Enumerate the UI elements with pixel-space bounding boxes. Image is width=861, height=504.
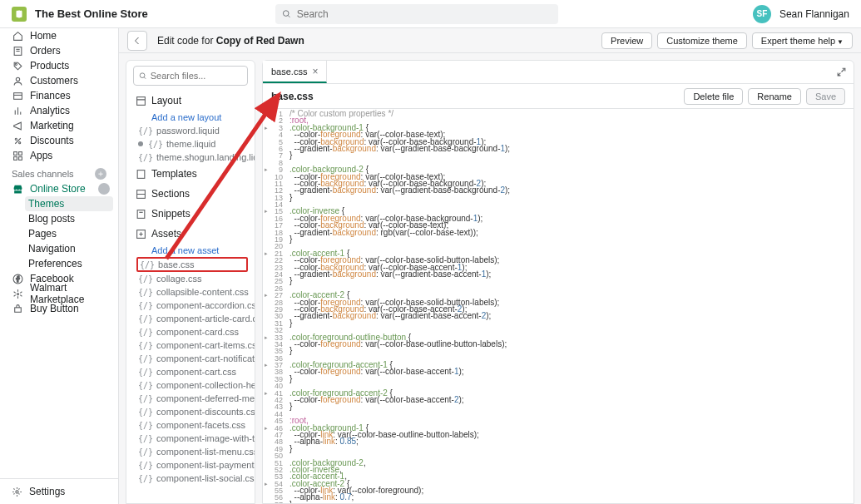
file-item[interactable]: {/}component-list-payment.css <box>126 458 255 472</box>
file-name: component-list-menu.css <box>156 447 255 457</box>
orders-icon <box>12 45 23 57</box>
settings-label: Settings <box>29 486 65 497</box>
svg-line-1 <box>288 15 289 17</box>
search-icon <box>139 72 147 81</box>
nav-label: Apps <box>30 150 52 161</box>
file-item[interactable]: {/}password.liquid <box>126 124 255 137</box>
section-layout[interactable]: Layout <box>126 91 255 111</box>
svg-point-5 <box>15 63 17 65</box>
file-name: base.css <box>271 91 314 102</box>
code-file-icon: {/} <box>138 434 153 443</box>
file-name: component-discounts.css <box>156 407 255 417</box>
nav-apps[interactable]: Apps <box>0 148 118 163</box>
expand-editor-button[interactable] <box>829 61 854 83</box>
file-item[interactable]: {/}component-cart-items.css <box>126 338 255 352</box>
expand-icon <box>836 67 847 77</box>
nav-analytics[interactable]: Analytics <box>0 103 118 118</box>
nav-marketing[interactable]: Marketing <box>0 118 118 133</box>
save-button[interactable]: Save <box>806 88 845 105</box>
nav-online-store[interactable]: Online Store <box>0 181 118 196</box>
nav-discounts[interactable]: Discounts <box>0 133 118 148</box>
nav-products[interactable]: Products <box>0 58 118 73</box>
delete-file-button[interactable]: Delete file <box>684 88 743 105</box>
file-name: base.css <box>158 259 194 269</box>
section-sections[interactable]: Sections <box>126 184 255 204</box>
sales-channels-header: Sales channels ＋ <box>0 163 118 181</box>
file-name: component-deferred-media.css <box>156 393 255 403</box>
file-item[interactable]: {/}collage.css <box>126 272 255 285</box>
nav-walmart[interactable]: Walmart Marketplace <box>0 286 118 301</box>
file-item[interactable]: {/}component-collection-hero.css <box>126 378 255 392</box>
file-item[interactable]: {/}component-article-card.css <box>126 312 255 325</box>
file-item[interactable]: {/}component-cart-notification.css <box>126 352 255 365</box>
file-item[interactable]: {/}theme.liquid <box>126 137 255 151</box>
code-file-icon: {/} <box>138 368 153 377</box>
nav-orders[interactable]: Orders <box>0 43 118 58</box>
marketing-icon <box>12 120 23 131</box>
avatar[interactable]: SF <box>753 5 771 23</box>
back-button[interactable] <box>127 31 147 51</box>
file-item[interactable]: {/}theme.shogun.landing.liquid <box>126 151 255 164</box>
nav-online-store-label: Online Store <box>30 183 86 195</box>
file-search-input[interactable] <box>151 71 242 81</box>
add-asset-link[interactable]: Add a new asset <box>126 244 255 257</box>
file-item[interactable]: {/}component-discounts.css <box>126 405 255 418</box>
svg-rect-36 <box>137 210 145 218</box>
file-name: theme.shogun.landing.liquid <box>156 152 255 162</box>
nav-settings[interactable]: Settings <box>0 478 118 504</box>
code-file-icon: {/} <box>138 341 153 350</box>
nav-sub-themes[interactable]: Themes <box>25 196 113 211</box>
svg-point-0 <box>284 10 289 16</box>
file-item[interactable]: {/}component-card.css <box>126 325 255 338</box>
rename-button[interactable]: Rename <box>748 88 801 105</box>
file-name: component-collection-hero.css <box>156 380 255 390</box>
nav-customers[interactable]: Customers <box>0 73 118 88</box>
file-item[interactable]: {/}component-cart.css <box>126 365 255 378</box>
code-content[interactable]: /* Color custom properties */:root,.colo… <box>285 109 854 503</box>
code-file-icon: {/} <box>138 461 153 470</box>
nav-sub-navigation[interactable]: Navigation <box>0 241 118 256</box>
section-layout-label: Layout <box>151 95 181 106</box>
svg-rect-16 <box>18 151 22 155</box>
add-layout-link[interactable]: Add a new layout <box>126 111 255 124</box>
section-templates[interactable]: Templates <box>126 164 255 184</box>
global-search[interactable] <box>275 4 558 24</box>
file-item[interactable]: {/}collapsible-content.css <box>126 285 255 299</box>
code-file-icon: {/} <box>138 408 153 417</box>
nav-label: Home <box>30 30 57 42</box>
file-search[interactable] <box>133 66 248 86</box>
file-name: component-article-card.css <box>156 314 255 324</box>
file-item[interactable]: {/}component-list-menu.css <box>126 445 255 458</box>
file-item[interactable]: {/}component-facets.css <box>126 418 255 432</box>
nav-label: Discounts <box>30 135 74 146</box>
discounts-icon <box>12 135 23 146</box>
code-file-icon: {/} <box>138 394 153 403</box>
svg-line-23 <box>13 291 15 293</box>
file-item[interactable]: {/}component-image-with-text.css <box>126 432 255 445</box>
section-assets[interactable]: Assets <box>126 224 255 244</box>
tab-base-css[interactable]: base.css × <box>263 61 327 83</box>
file-item[interactable]: {/}component-accordion.css <box>126 299 255 312</box>
close-icon[interactable]: × <box>312 66 318 77</box>
file-item[interactable]: {/}component-deferred-media.css <box>126 392 255 405</box>
expert-help-button[interactable]: Expert theme help▼ <box>752 32 853 49</box>
code-file-icon: {/} <box>138 381 153 390</box>
nav-finances[interactable]: Finances <box>0 88 118 103</box>
nav-sub-blog-posts[interactable]: Blog posts <box>0 211 118 226</box>
nav-sub-pages[interactable]: Pages <box>0 226 118 241</box>
global-search-input[interactable] <box>297 8 552 20</box>
section-snippets[interactable]: Snippets <box>126 204 255 224</box>
preview-button[interactable]: Preview <box>601 32 652 49</box>
svg-rect-7 <box>13 92 22 99</box>
file-item[interactable]: {/}component-list-social.css <box>126 472 255 485</box>
file-item[interactable]: {/}base.css <box>136 257 248 272</box>
add-channel-icon[interactable]: ＋ <box>95 168 106 180</box>
code-editor[interactable]: 1234567891011121314151617181920212223242… <box>263 109 854 503</box>
customize-button[interactable]: Customize theme <box>657 32 747 49</box>
file-name: component-image-with-text.css <box>156 433 255 443</box>
view-store-icon[interactable] <box>98 183 110 195</box>
nav-sub-preferences[interactable]: Preferences <box>0 256 118 271</box>
svg-line-30 <box>144 77 146 78</box>
nav-home[interactable]: Home <box>0 28 118 43</box>
nav-label: Marketing <box>30 120 74 131</box>
